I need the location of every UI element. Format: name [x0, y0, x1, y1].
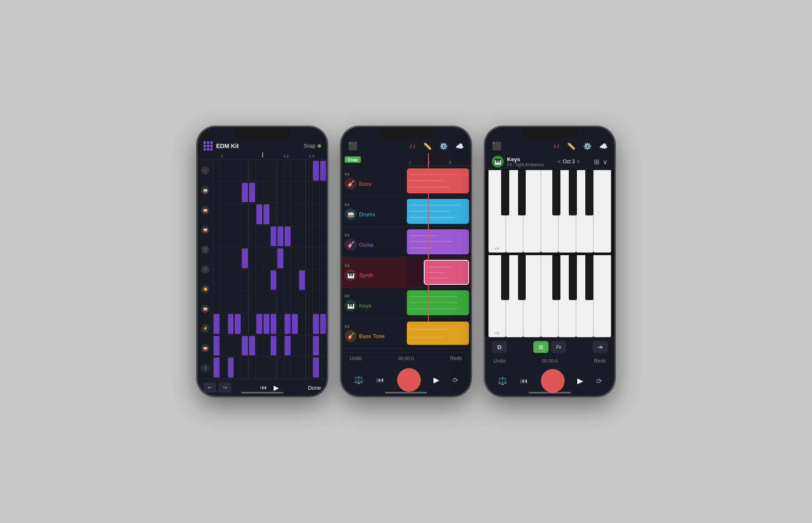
phone1-header: EDM Kit Snap — [198, 139, 327, 152]
gear-icon-3[interactable]: ⚙️ — [583, 142, 592, 150]
drums-pattern-block[interactable] — [407, 199, 469, 224]
white-key-d4[interactable] — [506, 170, 524, 253]
arrange-button[interactable]: ⇥ — [593, 341, 608, 353]
record-button-2[interactable] — [397, 368, 421, 392]
undo-button-2[interactable]: Undo — [350, 355, 362, 361]
ruler-area: Snap 1 2 3 — [341, 153, 471, 166]
pencil-icon[interactable]: ✏️ — [423, 142, 432, 150]
cloud-icon-3[interactable]: ☁️ — [599, 142, 608, 150]
mixer-icon[interactable]: ⚖️ — [354, 375, 363, 385]
white-key-e3[interactable] — [523, 255, 541, 338]
ruler-mark-12: 1.2 — [283, 154, 289, 158]
keys-instrument-icon: 🎹 — [492, 156, 504, 168]
keys-pattern-block[interactable] — [407, 290, 469, 315]
white-keys-upper: C4 — [488, 170, 611, 253]
guitar-label: Guitar — [359, 242, 374, 248]
white-key-b4[interactable] — [593, 170, 611, 253]
waveform-icon-3[interactable]: ♪♪ — [553, 142, 560, 150]
white-key-g4[interactable] — [558, 170, 576, 253]
track-icon-4: 🎵 — [198, 240, 213, 260]
track-item-synth[interactable]: FX 🎹 Synth — [341, 257, 407, 288]
grid-mode-button[interactable]: ⊞ — [533, 341, 549, 353]
phone3-toolbar: ⧉ ⊞ Fx ⇥ — [485, 337, 614, 356]
guitar-pattern-block[interactable] — [407, 229, 469, 254]
back-export-icon-3[interactable]: ⬛ — [492, 141, 501, 151]
skip-back-button-2[interactable]: ⏮ — [376, 376, 384, 385]
skip-back-button[interactable]: ⏮ — [260, 384, 267, 391]
grid-app-icon — [203, 141, 213, 151]
white-key-f3[interactable] — [541, 255, 559, 338]
white-keys-lower: C3 — [488, 255, 611, 338]
pencil-icon-3[interactable]: ✏️ — [567, 142, 576, 150]
bass-tone-label: Bass Tone — [359, 333, 384, 339]
back-export-icon[interactable]: ⬛ — [348, 141, 357, 151]
white-key-c3[interactable]: C3 — [488, 255, 506, 338]
white-key-a3[interactable] — [576, 255, 594, 338]
bass-tone-pattern-row[interactable] — [407, 318, 471, 349]
white-key-b3[interactable] — [593, 255, 611, 338]
next-oct-button[interactable]: > — [576, 158, 580, 165]
track-patterns-panel — [407, 166, 471, 352]
play-button-2[interactable]: ▶ — [433, 375, 439, 385]
cloud-icon[interactable]: ☁️ — [455, 142, 464, 150]
phone-2: ⬛ ♪♪ ✏️ ⚙️ ☁️ Snap 1 2 3 — [340, 126, 472, 397]
notch-spacer-1 — [198, 127, 327, 139]
grid-row-7 — [213, 313, 327, 335]
play-button[interactable]: ▶ — [274, 384, 279, 392]
track-icon-1: 🥁 — [198, 181, 213, 201]
grid-row-8 — [213, 335, 327, 357]
keys-pattern-row[interactable] — [407, 288, 471, 318]
track-icon-2: 🥁 — [198, 200, 213, 220]
synth-pattern-block[interactable] — [424, 260, 469, 285]
redo-button-3[interactable]: Redo — [594, 358, 606, 364]
guitar-pattern-row[interactable] — [407, 227, 471, 257]
bass-pattern-block[interactable] — [407, 168, 469, 193]
white-key-a4[interactable] — [576, 170, 594, 253]
copy-icon: ⧉ — [497, 344, 502, 351]
drums-pattern-row[interactable] — [407, 196, 471, 227]
grid-row-9 — [213, 357, 327, 379]
fx-button[interactable]: Fx — [551, 341, 566, 353]
synth-pattern-row[interactable] — [407, 257, 471, 288]
toolbar-center-group: ⊞ Fx — [533, 341, 566, 353]
synth-fx-label: FX — [345, 264, 403, 268]
track-item-guitar[interactable]: FX 🎸 Guitar — [341, 227, 407, 257]
loop-icon[interactable]: ⟳ — [453, 376, 458, 384]
done-button[interactable]: Done — [308, 385, 321, 391]
redo-button[interactable]: ↪ — [219, 383, 231, 393]
drum-grid[interactable] — [213, 160, 327, 379]
white-key-g3[interactable] — [558, 255, 576, 338]
white-key-d3[interactable] — [506, 255, 524, 338]
oct-label: Oct 3 — [563, 159, 575, 165]
waveform-icon[interactable]: ♪♪ — [409, 142, 416, 150]
synth-label: Synth — [359, 272, 373, 278]
gear-icon[interactable]: ⚙️ — [439, 142, 448, 150]
track-item-bass-tone[interactable]: FX 🎸 Bass Tone — [341, 318, 407, 349]
bass-tone-pattern-block[interactable] — [407, 322, 469, 345]
playhead-2 — [428, 153, 429, 322]
loop-icon-3[interactable]: ⟳ — [596, 377, 602, 385]
undo-button-3[interactable]: Undo — [494, 358, 506, 364]
grid-row-0 — [213, 160, 327, 182]
track-item-keys[interactable]: FX 🎹 Keys — [341, 288, 407, 318]
redo-button-2[interactable]: Redo — [450, 355, 462, 361]
bass-icon: 🎸 — [345, 178, 357, 190]
white-key-c4[interactable]: C4 — [488, 170, 506, 253]
undo-button[interactable]: ↩ — [203, 383, 216, 393]
prev-oct-button[interactable]: < — [557, 158, 561, 165]
play-button-3[interactable]: ▶ — [577, 376, 583, 385]
home-indicator-2 — [385, 392, 427, 394]
keys-icon: 🎹 — [345, 300, 357, 311]
grid-view-icon[interactable]: ⊞ — [594, 158, 599, 166]
white-key-e4[interactable] — [523, 170, 541, 253]
skip-back-button-3[interactable]: ⏮ — [520, 377, 528, 385]
collapse-icon[interactable]: ∨ — [603, 158, 608, 166]
track-item-drums[interactable]: FX 🥁 Drums — [341, 196, 407, 227]
white-key-f4[interactable] — [541, 170, 559, 253]
copy-button[interactable]: ⧉ — [492, 341, 507, 353]
record-button-3[interactable] — [541, 369, 565, 393]
bass-fx-label: FX — [345, 172, 403, 176]
mixer-icon-3[interactable]: ⚖️ — [498, 376, 507, 385]
bass-pattern-row[interactable] — [407, 166, 471, 196]
track-item-bass[interactable]: FX 🎸 Bass — [341, 166, 407, 196]
